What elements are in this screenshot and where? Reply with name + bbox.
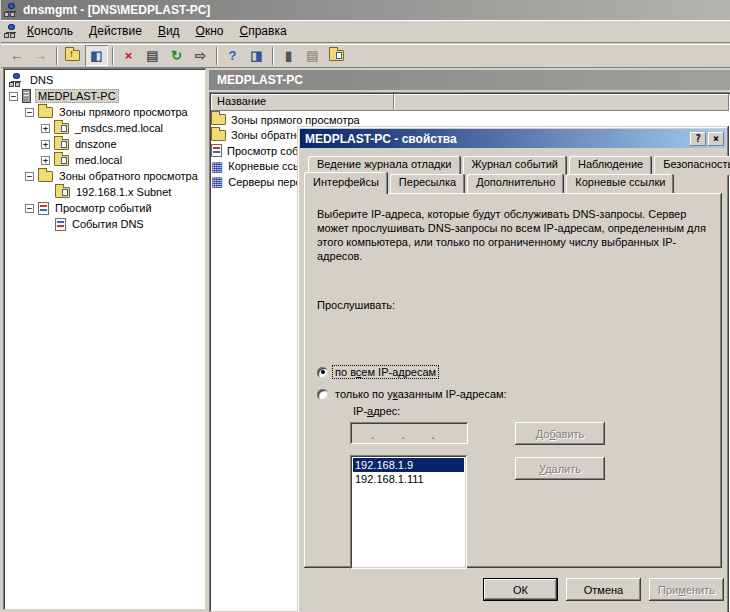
tree-item-dnszone[interactable]: + dnszone	[3, 136, 206, 152]
description-text: Выберите IP-адреса, которые будут обслуж…	[317, 207, 711, 263]
menu-view[interactable]: Вид	[150, 21, 188, 41]
toolbar: ← → ↑ ◧ × ▤ ↻ ⇨ ? ◨ ▮ ▤	[1, 44, 730, 68]
menu-window[interactable]: Окно	[188, 21, 232, 41]
cancel-button[interactable]: Отмена	[566, 578, 641, 601]
ok-button[interactable]: ОК	[483, 578, 558, 601]
collapse-icon[interactable]: −	[25, 108, 34, 117]
folder-icon	[38, 107, 53, 118]
ip-address-label: IP-адрес:	[353, 405, 400, 417]
forward-icon[interactable]: →	[29, 45, 52, 66]
collapse-icon[interactable]: −	[9, 92, 18, 101]
collapse-icon[interactable]: −	[25, 204, 34, 213]
dialog-title: MEDPLAST-PC - свойства	[305, 132, 688, 146]
delete-icon[interactable]: ×	[117, 45, 140, 66]
radio-button-icon[interactable]	[317, 389, 328, 400]
dns-root-icon	[9, 73, 24, 87]
tree-item-msdcs[interactable]: + _msdcs.med.local	[3, 120, 206, 136]
tab-advanced[interactable]: Дополнительно	[467, 174, 564, 193]
ip-address-input[interactable]: . . .	[350, 422, 468, 444]
menu-bar: Консоль Действие Вид Окно Справка	[1, 20, 730, 43]
window-title: dnsmgmt - [DNS\MEDPLAST-PC]	[23, 3, 210, 17]
folder-icon	[211, 114, 226, 125]
tree-item-dns-events[interactable]: События DNS	[3, 216, 206, 232]
root-hints-icon: ▦	[211, 160, 223, 173]
tree-item-forward-zones[interactable]: − Зоны прямого просмотра	[3, 104, 206, 120]
tab-root-hints[interactable]: Корневые ссылки	[566, 174, 674, 193]
clipboard-icon[interactable]: ▤	[301, 45, 324, 66]
dialog-close-button[interactable]: ×	[708, 132, 724, 146]
child-window-titlebar[interactable]: MEDPLAST-PC	[209, 70, 730, 90]
radio-all-ip[interactable]: по всем IP-адресам	[317, 366, 438, 378]
collapse-icon[interactable]: −	[25, 172, 34, 181]
tree-item-dns-root[interactable]: DNS	[3, 72, 206, 88]
folder-icon	[38, 171, 53, 182]
column-header-name[interactable]: Название	[211, 94, 394, 111]
radio-specified-ip[interactable]: только по указанным IP-адресам:	[317, 388, 509, 400]
listen-label: Прослушивать:	[317, 299, 395, 311]
expand-icon[interactable]: +	[41, 140, 50, 149]
remove-button[interactable]: Удалить	[515, 457, 605, 480]
toolbar-separator	[272, 47, 274, 65]
main-window: dnsmgmt - [DNS\MEDPLAST-PC] Консоль Дейс…	[0, 0, 730, 612]
console-window-icon[interactable]	[4, 24, 19, 38]
up-one-level-icon[interactable]: ↑	[61, 45, 84, 66]
tab-security[interactable]: Безопасность	[654, 156, 730, 175]
show-window-icon[interactable]: ◨	[245, 45, 268, 66]
expand-icon[interactable]: +	[41, 124, 50, 133]
child-window-title: MEDPLAST-PC	[217, 73, 303, 87]
toolbar-separator	[112, 47, 114, 65]
tab-event-logging[interactable]: Журнал событий	[463, 156, 567, 175]
column-headers: Название	[211, 94, 729, 111]
back-icon[interactable]: ←	[5, 45, 28, 66]
radio-button-icon[interactable]	[317, 367, 328, 378]
tree-item-medlocal[interactable]: + med.local	[3, 152, 206, 168]
toolbar-separator	[216, 47, 218, 65]
listbox-item[interactable]: 192.168.1.111	[353, 472, 464, 486]
ip-listbox[interactable]: 192.168.1.9 192.168.1.111	[350, 455, 467, 569]
event-viewer-icon	[211, 144, 222, 157]
menu-console[interactable]: Консоль	[19, 21, 81, 41]
tree-item-reverse-zones[interactable]: − Зоны обратного просмотра	[3, 168, 206, 184]
properties-dialog: MEDPLAST-PC - свойства ? × Ведение журна…	[297, 126, 729, 612]
zone-icon	[54, 155, 69, 166]
tab-forwarders[interactable]: Пересылка	[390, 174, 465, 193]
forwarders-icon: ▦	[211, 175, 223, 188]
column-header-empty[interactable]	[394, 94, 729, 111]
tab-strip: Ведение журнала отладки Журнал событий Н…	[304, 156, 722, 568]
server-tower-icon	[22, 89, 31, 103]
event-log-icon	[55, 218, 66, 231]
menu-action[interactable]: Действие	[81, 21, 150, 41]
zone-icon	[54, 139, 69, 150]
console-tree: DNS − MEDPLAST-PC − Зоны прямого просмот…	[3, 68, 206, 610]
toolbar-separator	[56, 47, 58, 65]
tab-monitoring[interactable]: Наблюдение	[569, 156, 652, 175]
tree-item-server[interactable]: − MEDPLAST-PC	[3, 88, 206, 104]
dialog-help-button[interactable]: ?	[690, 132, 706, 146]
interfaces-tab-page: Выберите IP-адреса, которые будут обслуж…	[304, 193, 722, 568]
export-list-icon[interactable]: ⇨	[189, 45, 212, 66]
apply-button[interactable]: Применить	[649, 578, 724, 601]
help-icon[interactable]: ?	[221, 45, 244, 66]
tree-item-subnet[interactable]: 192.168.1.x Subnet	[3, 184, 206, 200]
refresh-icon[interactable]: ↻	[165, 45, 188, 66]
show-console-tree-icon[interactable]: ◧	[85, 45, 108, 66]
event-viewer-icon	[38, 202, 49, 215]
folder-icon	[211, 130, 226, 141]
app-icon	[4, 3, 19, 17]
zone-icon	[54, 123, 69, 134]
tree-item-event-viewer[interactable]: − Просмотр событий	[3, 200, 206, 216]
tab-interfaces[interactable]: Интерфейсы	[304, 172, 388, 194]
add-button[interactable]: Добавить	[515, 422, 605, 445]
server-icon[interactable]: ▮	[277, 45, 300, 66]
folder-copy-icon[interactable]	[325, 45, 348, 66]
dialog-titlebar[interactable]: MEDPLAST-PC - свойства ? ×	[300, 129, 726, 148]
listbox-item[interactable]: 192.168.1.9	[353, 458, 464, 472]
properties-icon[interactable]: ▤	[141, 45, 164, 66]
window-titlebar[interactable]: dnsmgmt - [DNS\MEDPLAST-PC]	[1, 0, 730, 20]
zone-icon	[55, 187, 70, 198]
menu-help[interactable]: Справка	[232, 21, 295, 41]
expand-icon[interactable]: +	[41, 156, 50, 165]
